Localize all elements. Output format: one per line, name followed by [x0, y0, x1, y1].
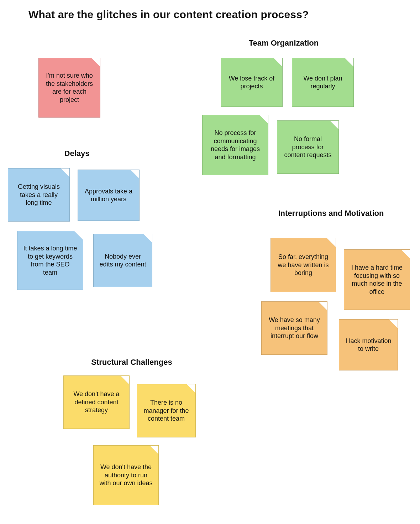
group-label-interruptions: Interruptions and Motivation	[263, 209, 399, 218]
sticky-note-text: It takes a long time to get keywords fro…	[23, 244, 77, 276]
note-fold-icon	[259, 115, 268, 124]
sticky-note-meetings[interactable]: We have so many meetings that interrupt …	[261, 301, 327, 355]
note-fold-icon	[401, 250, 410, 258]
note-fold-icon	[150, 446, 158, 454]
sticky-note-text: Getting visuals takes a really long time	[14, 183, 64, 207]
sticky-note-text: No formal process for content requests	[283, 135, 333, 159]
note-fold-icon	[91, 58, 100, 67]
sticky-note-approvals-slow[interactable]: Approvals take a million years	[78, 170, 140, 221]
group-label-structural: Structural Challenges	[61, 358, 203, 367]
sticky-note-no-authority[interactable]: We don't have the authority to run with …	[93, 445, 159, 505]
note-fold-icon	[74, 231, 83, 240]
note-fold-icon	[319, 302, 327, 310]
sticky-note-text: We lose track of projects	[227, 74, 277, 90]
sticky-note-no-manager[interactable]: There is no manager for the content team	[137, 384, 196, 437]
note-fold-icon	[327, 238, 336, 247]
sticky-note-text: Approvals take a million years	[84, 187, 133, 203]
sticky-note-text: Nobody ever edits my content	[99, 253, 146, 269]
affinity-diagram-canvas: What are the glitches in our content cre…	[0, 0, 420, 524]
sticky-note-text: We don't have the authority to run with …	[99, 463, 153, 487]
sticky-note-no-edits[interactable]: Nobody ever edits my content	[93, 234, 152, 287]
sticky-note-no-strategy[interactable]: We don't have a defined content strategy	[63, 375, 130, 429]
sticky-note-visuals-slow[interactable]: Getting visuals takes a really long time	[8, 168, 70, 222]
group-label-delays: Delays	[16, 149, 137, 158]
sticky-note-text: I lack motivation to write	[345, 337, 392, 353]
note-fold-icon	[187, 384, 195, 393]
note-fold-icon	[131, 170, 139, 178]
note-fold-icon	[274, 58, 282, 67]
sticky-note-text: I have a hard time focusing with so much…	[350, 264, 404, 296]
note-fold-icon	[330, 121, 338, 129]
sticky-note-boring[interactable]: So far, everything we have written is bo…	[271, 238, 336, 292]
sticky-note-text: No process for communicating needs for i…	[208, 129, 262, 161]
sticky-note-no-request-process[interactable]: No formal process for content requests	[277, 120, 339, 174]
sticky-note-text: We have so many meetings that interrupt …	[267, 316, 321, 340]
note-fold-icon	[121, 376, 129, 384]
sticky-note-lose-track[interactable]: We lose track of projects	[221, 58, 283, 107]
note-fold-icon	[345, 58, 353, 67]
note-fold-icon	[143, 234, 152, 243]
sticky-note-stakeholders[interactable]: I'm not sure who the stakeholders are fo…	[38, 58, 100, 118]
sticky-note-motivation[interactable]: I lack motivation to write	[339, 319, 398, 370]
sticky-note-text: There is no manager for the content team	[143, 399, 190, 423]
note-fold-icon	[389, 320, 398, 328]
page-title: What are the glitches in our content cre…	[28, 9, 309, 21]
note-fold-icon	[61, 168, 69, 177]
sticky-note-seo-keywords-slow[interactable]: It takes a long time to get keywords fro…	[17, 231, 83, 290]
sticky-note-text: We don't plan regularly	[298, 74, 348, 90]
sticky-note-text: So far, everything we have written is bo…	[277, 253, 330, 277]
sticky-note-no-comms-process[interactable]: No process for communicating needs for i…	[202, 115, 268, 175]
group-label-team-organization: Team Organization	[207, 38, 360, 48]
sticky-note-text: We don't have a defined content strategy	[69, 390, 124, 414]
sticky-note-noise[interactable]: I have a hard time focusing with so much…	[344, 249, 410, 310]
sticky-note-text: I'm not sure who the stakeholders are fo…	[44, 72, 94, 104]
sticky-note-no-plan[interactable]: We don't plan regularly	[292, 58, 354, 107]
